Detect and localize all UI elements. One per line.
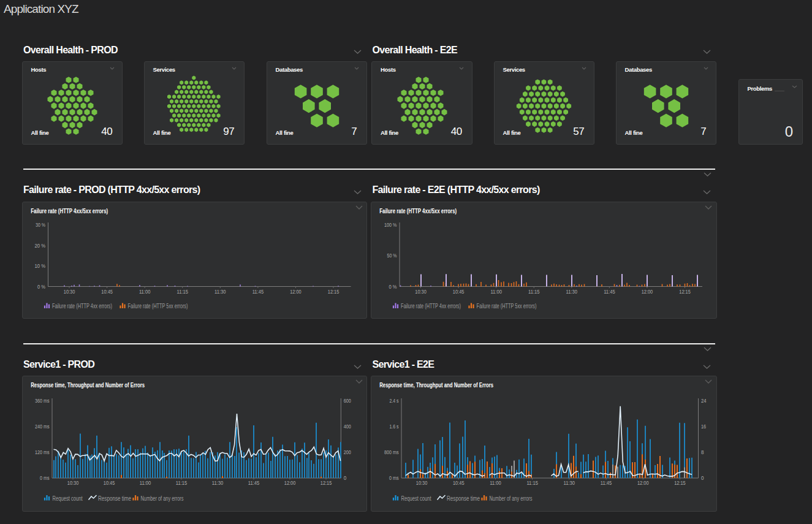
- svg-text:0: 0: [343, 475, 346, 481]
- svg-text:Failure rate (HTTP 4xx/5xx err: Failure rate (HTTP 4xx/5xx errors): [31, 207, 108, 214]
- svg-text:12:00: 12:00: [290, 288, 302, 294]
- svg-text:0 %: 0 %: [389, 283, 397, 289]
- svg-text:Request count: Request count: [401, 495, 431, 502]
- svg-text:10:45: 10:45: [103, 480, 115, 486]
- svg-text:Failure rate (HTTP 5xx errors): Failure rate (HTTP 5xx errors): [477, 302, 537, 309]
- svg-text:120 ms: 120 ms: [35, 449, 50, 455]
- svg-text:Failure rate (HTTP 4xx/5xx err: Failure rate (HTTP 4xx/5xx errors): [379, 207, 457, 214]
- svg-text:24: 24: [701, 398, 707, 404]
- svg-text:1.6 s: 1.6 s: [390, 423, 399, 430]
- svg-text:10:30: 10:30: [415, 288, 427, 294]
- svg-text:12:00: 12:00: [637, 480, 649, 486]
- svg-text:11:15: 11:15: [528, 288, 540, 294]
- svg-text:Failure rate (HTTP 5xx errors): Failure rate (HTTP 5xx errors): [127, 302, 188, 309]
- svg-text:11:00: 11:00: [139, 480, 151, 486]
- svg-text:Response time, Throughput and: Response time, Throughput and Number of …: [31, 382, 145, 389]
- svg-text:Failure rate (HTTP 4xx errors): Failure rate (HTTP 4xx errors): [401, 302, 461, 309]
- svg-text:Request count: Request count: [52, 495, 82, 502]
- svg-text:30 %: 30 %: [36, 222, 45, 228]
- svg-text:11:45: 11:45: [248, 480, 259, 486]
- svg-text:100 %: 100 %: [384, 222, 397, 228]
- svg-text:11:30: 11:30: [211, 480, 223, 486]
- svg-text:0 ms: 0 ms: [40, 475, 50, 481]
- svg-text:11:45: 11:45: [601, 480, 612, 486]
- svg-text:16: 16: [701, 423, 706, 430]
- svg-text:12:15: 12:15: [320, 480, 332, 486]
- svg-text:11:45: 11:45: [252, 288, 264, 294]
- svg-text:11:15: 11:15: [175, 480, 187, 486]
- svg-text:11:15: 11:15: [526, 480, 538, 486]
- svg-text:10:45: 10:45: [101, 288, 113, 294]
- svg-text:Number of any errors: Number of any errors: [490, 495, 533, 502]
- svg-text:10:30: 10:30: [416, 480, 428, 486]
- svg-text:200: 200: [343, 449, 351, 455]
- svg-text:10 %: 10 %: [34, 263, 45, 269]
- svg-text:2.4 s: 2.4 s: [390, 398, 399, 404]
- svg-text:0: 0: [701, 475, 704, 481]
- svg-text:10:45: 10:45: [453, 288, 465, 294]
- svg-text:Failure rate (HTTP 4xx errors): Failure rate (HTTP 4xx errors): [52, 302, 112, 309]
- svg-text:11:30: 11:30: [566, 288, 578, 294]
- svg-text:360 ms: 360 ms: [35, 398, 50, 404]
- svg-text:12:00: 12:00: [642, 288, 653, 294]
- svg-text:12:15: 12:15: [679, 288, 691, 294]
- svg-text:20 %: 20 %: [34, 242, 45, 248]
- svg-text:12:00: 12:00: [284, 480, 295, 486]
- svg-text:12:15: 12:15: [327, 288, 339, 294]
- svg-text:11:00: 11:00: [490, 288, 502, 294]
- svg-text:11:00: 11:00: [138, 288, 150, 294]
- svg-text:Response time: Response time: [98, 495, 131, 502]
- svg-text:11:30: 11:30: [214, 288, 226, 294]
- svg-text:11:00: 11:00: [490, 480, 501, 486]
- svg-text:8: 8: [701, 449, 704, 455]
- svg-text:0 ms: 0 ms: [389, 475, 399, 481]
- svg-text:50 %: 50 %: [387, 253, 397, 259]
- svg-text:Response time: Response time: [447, 495, 480, 502]
- svg-text:10:30: 10:30: [67, 480, 78, 486]
- svg-text:240 ms: 240 ms: [35, 423, 50, 430]
- svg-text:12:15: 12:15: [674, 480, 686, 486]
- svg-text:11:45: 11:45: [604, 288, 615, 294]
- svg-text:600: 600: [343, 398, 351, 404]
- svg-text:800 ms: 800 ms: [384, 449, 399, 455]
- svg-text:0 %: 0 %: [37, 283, 45, 289]
- svg-text:10:45: 10:45: [453, 480, 465, 486]
- svg-text:400: 400: [343, 423, 351, 430]
- svg-text:Number of any errors: Number of any errors: [140, 495, 183, 502]
- svg-text:11:15: 11:15: [176, 288, 188, 294]
- svg-text:11:30: 11:30: [564, 480, 575, 486]
- svg-text:Response time, Throughput and: Response time, Throughput and Number of …: [379, 382, 493, 389]
- svg-text:10:30: 10:30: [63, 288, 75, 294]
